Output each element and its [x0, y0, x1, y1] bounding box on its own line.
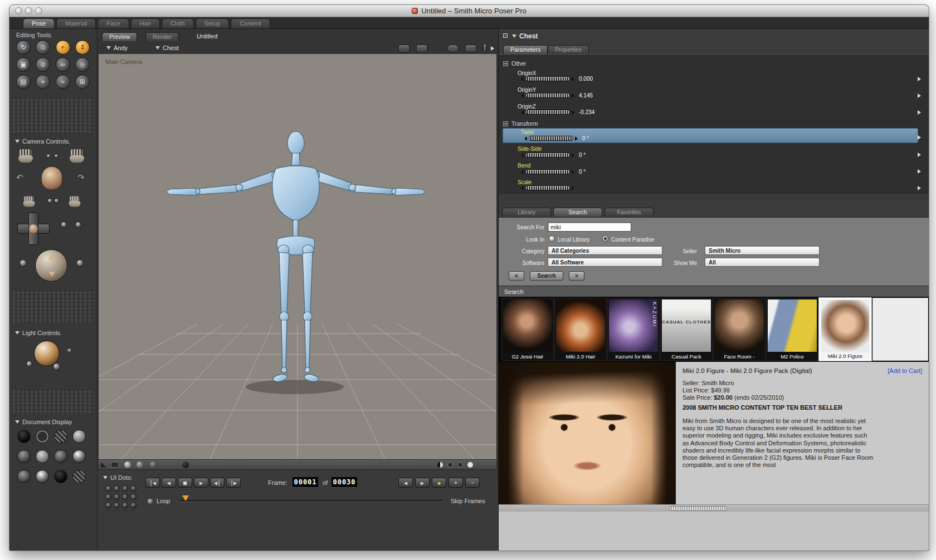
preview-style-ball[interactable] — [150, 461, 157, 468]
loop-label[interactable]: Loop — [157, 498, 170, 504]
prev-keyframe-button[interactable]: ◀ — [398, 478, 413, 488]
rotate-camera-right-icon[interactable]: ↷ — [77, 173, 85, 183]
param-menu-arrow[interactable] — [918, 186, 921, 190]
document-window-icon[interactable] — [416, 45, 427, 52]
figure-menu[interactable]: Andy — [106, 45, 128, 51]
ui-dot[interactable] — [114, 485, 120, 492]
ui-dot[interactable] — [105, 502, 111, 508]
camera-controls-title[interactable]: Camera Controls. — [15, 138, 70, 145]
product-horizontal-scrollbar[interactable] — [499, 504, 929, 512]
tab-content[interactable]: Content — [231, 18, 270, 28]
collapse-box-icon[interactable] — [503, 61, 508, 66]
edit-keyframes-button[interactable]: ◆ — [432, 478, 446, 488]
result-tile[interactable]: Face Room - — [713, 298, 766, 361]
selected-actor-title[interactable]: Chest — [512, 32, 538, 40]
stop-button[interactable]: ■ — [178, 478, 192, 488]
tab-library[interactable]: Library — [502, 208, 551, 217]
light-dot[interactable] — [26, 361, 32, 367]
grouping-tool[interactable]: ▤ — [16, 75, 31, 89]
viewport[interactable]: Main Camera — [99, 54, 496, 459]
posing-hand-right-icon[interactable] — [69, 196, 81, 207]
step-back-button[interactable]: ◀ — [162, 478, 176, 488]
prev-page-button[interactable]: < — [509, 271, 524, 281]
resize-corner-icon[interactable] — [101, 462, 106, 468]
frame-current-field[interactable]: 00001 — [292, 477, 318, 487]
translate-inout-tool[interactable]: ⇕ — [75, 40, 90, 55]
tab-document-preview[interactable]: Preview — [102, 32, 137, 41]
preview-style-ball[interactable] — [182, 461, 189, 468]
display-style-cartoon[interactable] — [72, 450, 86, 463]
timeline-marker[interactable] — [182, 495, 189, 501]
camera-trackball[interactable] — [35, 249, 67, 282]
panel-menu-icon[interactable] — [503, 33, 508, 38]
tab-pose[interactable]: Pose — [23, 18, 55, 28]
preview-style-ball[interactable] — [136, 461, 143, 468]
software-dropdown[interactable]: All Software — [548, 258, 662, 267]
tracking-ball-icon[interactable] — [447, 45, 459, 52]
param-menu-arrow[interactable] — [918, 135, 921, 140]
display-style-sketch[interactable] — [72, 470, 86, 483]
ui-dot[interactable] — [105, 485, 111, 492]
param-dial-originy[interactable]: 4.145 — [521, 92, 593, 99]
tab-parameters[interactable]: Parameters — [503, 45, 548, 54]
camera-plane-control[interactable] — [17, 213, 50, 245]
right-hand-camera-icon[interactable] — [70, 149, 84, 163]
seller-dropdown[interactable]: Smith Micro — [705, 246, 820, 255]
local-library-label[interactable]: Local Library — [558, 237, 589, 243]
light-controls-title[interactable]: Light Controls. — [15, 330, 62, 336]
document-display-title[interactable]: Document Display — [15, 419, 72, 425]
tab-face[interactable]: Face — [98, 18, 129, 28]
tab-setup[interactable]: Setup — [196, 18, 230, 28]
ui-dots-title[interactable]: UI Dots: — [103, 474, 133, 481]
result-tile[interactable]: G2 Jessi Hair — [501, 298, 554, 361]
display-style-flat-shaded[interactable] — [36, 450, 49, 463]
display-style-wireframe[interactable] — [54, 430, 67, 443]
tab-search[interactable]: Search — [553, 208, 602, 217]
ui-dot[interactable] — [105, 494, 111, 500]
add-to-cart-link[interactable]: [Add to Cart] — [888, 367, 922, 374]
ui-dot[interactable] — [122, 502, 128, 508]
param-dial-scale[interactable] — [521, 185, 579, 190]
param-dial-originx[interactable]: 0.000 — [521, 76, 593, 82]
first-frame-button[interactable]: |◀ — [145, 478, 160, 488]
loop-indicator-dot[interactable] — [148, 499, 153, 504]
content-paradise-radio[interactable] — [602, 235, 608, 242]
camera-ball[interactable] — [75, 222, 81, 228]
light-create-icon[interactable]: * — [67, 347, 71, 357]
pane-split-icon[interactable] — [111, 462, 119, 468]
result-tile[interactable]: M2 Police — [766, 298, 818, 361]
result-tile[interactable]: KAZUMIKazumi for Miki — [607, 298, 660, 361]
actor-menu[interactable]: Chest — [155, 45, 179, 51]
twist-tool[interactable]: ⊙ — [36, 40, 50, 55]
taper-tool[interactable]: ⊘ — [36, 57, 50, 72]
show-me-dropdown[interactable]: All — [705, 258, 820, 267]
group-other[interactable]: Other — [503, 60, 526, 67]
camera-dot[interactable] — [54, 198, 59, 203]
group-transform[interactable]: Transform — [503, 120, 538, 127]
display-style-outline[interactable] — [36, 430, 49, 443]
ui-dot[interactable] — [130, 485, 136, 492]
camera-name-label[interactable]: Main Camera — [105, 58, 142, 65]
display-style-texture-shaded[interactable] — [54, 470, 67, 483]
step-forward-button[interactable]: ◀| — [210, 478, 225, 488]
page-dot-icon[interactable] — [457, 462, 463, 468]
param-menu-arrow[interactable] — [918, 169, 921, 174]
search-button[interactable]: Search — [530, 271, 563, 281]
posing-hand-left-icon[interactable] — [23, 196, 35, 207]
display-style-lit-wireframe[interactable] — [17, 450, 31, 463]
camera-roll-ball[interactable] — [20, 259, 27, 267]
next-page-button[interactable]: > — [569, 271, 584, 281]
local-library-radio[interactable] — [549, 235, 555, 242]
last-frame-button[interactable]: |▶ — [226, 478, 241, 488]
camera-dot[interactable] — [47, 198, 52, 203]
zoom-window-button[interactable] — [35, 7, 42, 14]
direct-manipulation-tool[interactable]: ⊞ — [75, 75, 90, 89]
left-hand-camera-icon[interactable] — [18, 149, 33, 163]
frame-total-field[interactable]: 00030 — [332, 477, 357, 487]
tab-document-render[interactable]: Render — [145, 32, 179, 41]
tab-properties[interactable]: Properties — [548, 45, 589, 54]
view-magnifier-tool[interactable]: ⌖ — [36, 75, 50, 89]
color-tool[interactable]: ◎ — [75, 57, 90, 72]
scrollbar-thumb[interactable] — [669, 506, 727, 511]
param-dial-sideside[interactable]: 0 ° — [521, 152, 586, 158]
